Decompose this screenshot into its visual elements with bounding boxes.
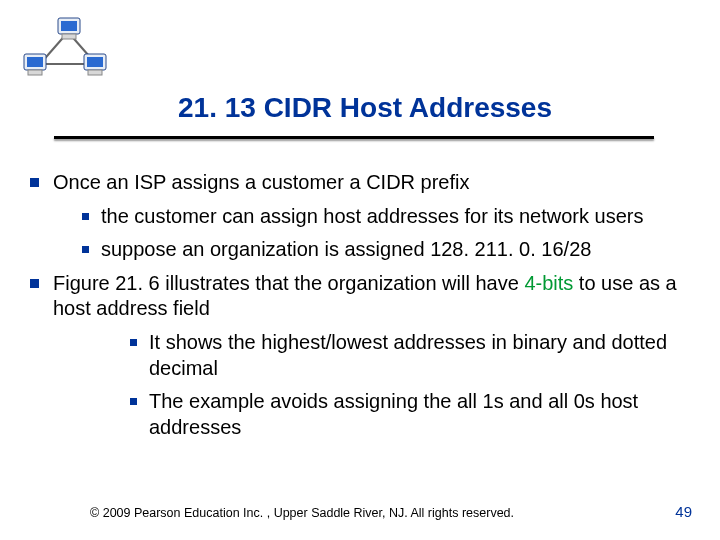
bullet-text: The example avoids assigning the all 1s … bbox=[149, 389, 690, 440]
bullet-text: suppose an organization is assigned 128.… bbox=[101, 237, 690, 263]
square-bullet-icon bbox=[82, 246, 89, 253]
bullet-text-prefix: Figure 21. 6 illustrates that the organi… bbox=[53, 272, 524, 294]
highlight-green: 4-bits bbox=[524, 272, 573, 294]
square-bullet-icon bbox=[30, 178, 39, 187]
square-bullet-icon bbox=[30, 279, 39, 288]
svg-rect-11 bbox=[88, 70, 102, 75]
svg-rect-8 bbox=[28, 70, 42, 75]
list-item: The example avoids assigning the all 1s … bbox=[130, 389, 690, 440]
bullet-text: Figure 21. 6 illustrates that the organi… bbox=[53, 271, 690, 322]
svg-rect-7 bbox=[27, 57, 43, 67]
svg-rect-4 bbox=[61, 21, 77, 31]
list-item: It shows the highest/lowest addresses in… bbox=[130, 330, 690, 381]
svg-rect-5 bbox=[62, 34, 76, 39]
bullet-text-prefix: suppose an organization is assigned bbox=[101, 238, 430, 260]
cidr-value: 128. 211. 0. 16/28 bbox=[430, 238, 591, 260]
title-underline bbox=[54, 136, 654, 139]
copyright-footer: © 2009 Pearson Education Inc. , Upper Sa… bbox=[90, 506, 514, 520]
svg-rect-10 bbox=[87, 57, 103, 67]
bullet-text: It shows the highest/lowest addresses in… bbox=[149, 330, 690, 381]
bullet-text: the customer can assign host addresses f… bbox=[101, 204, 690, 230]
network-computers-icon bbox=[18, 14, 118, 84]
list-item: Figure 21. 6 illustrates that the organi… bbox=[30, 271, 690, 322]
square-bullet-icon bbox=[82, 213, 89, 220]
page-number: 49 bbox=[675, 503, 692, 520]
bullet-text: Once an ISP assigns a customer a CIDR pr… bbox=[53, 170, 690, 196]
slide-title: 21. 13 CIDR Host Addresses bbox=[178, 92, 552, 124]
list-item: suppose an organization is assigned 128.… bbox=[82, 237, 690, 263]
list-item: the customer can assign host addresses f… bbox=[82, 204, 690, 230]
square-bullet-icon bbox=[130, 398, 137, 405]
slide-body: Once an ISP assigns a customer a CIDR pr… bbox=[30, 170, 690, 448]
square-bullet-icon bbox=[130, 339, 137, 346]
list-item: Once an ISP assigns a customer a CIDR pr… bbox=[30, 170, 690, 196]
